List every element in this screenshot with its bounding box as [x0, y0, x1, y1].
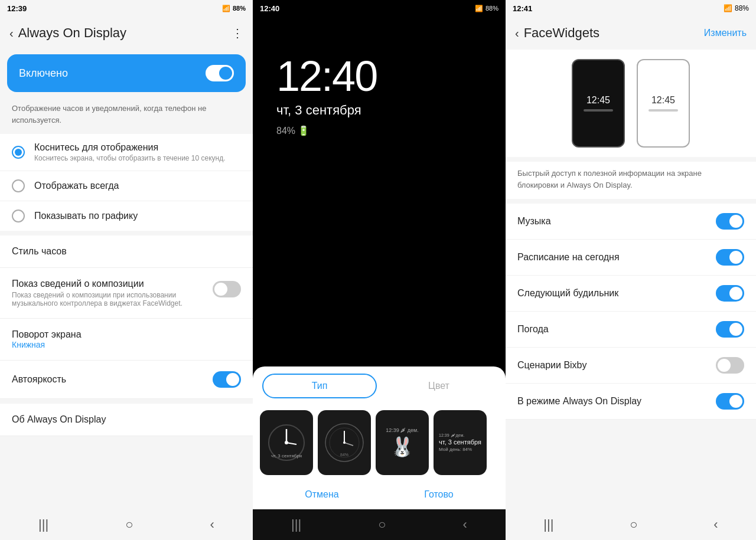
recent-apps-button-3[interactable]: ||| [543, 517, 553, 532]
clock-style-label: Стиль часов [12, 246, 241, 257]
back-nav-button-1[interactable]: ‹ [210, 517, 214, 532]
nav-bar-2: ||| ○ ‹ [253, 509, 506, 540]
option-always[interactable]: Отображать всегда [0, 171, 253, 201]
widget-schedule[interactable]: Расписание на сегодня [506, 240, 756, 276]
widget-music-toggle[interactable] [716, 213, 744, 230]
option-schedule[interactable]: Показывать по графику [0, 201, 253, 231]
edit-button[interactable]: Изменить [704, 28, 747, 38]
widget-bixby-toggle[interactable] [716, 357, 744, 374]
theme-thumb-3[interactable]: 12:39 🌶 дем. чт, 3 сентября Мой день: 84… [434, 410, 487, 475]
enabled-card[interactable]: Включено [7, 54, 246, 92]
composition-label: Показ сведений о композиции [12, 279, 206, 289]
option-touch[interactable]: Коснитесь для отображения Коснитесь экра… [0, 134, 253, 171]
theme-inner-3: 12:39 🌶 дем. чт, 3 сентября Мой день: 84… [434, 410, 487, 475]
radio-always[interactable] [12, 179, 25, 192]
preview-bar-2 [649, 109, 678, 112]
toggle-knob [219, 67, 232, 80]
theme-inner-0: чт, 3 сентября [260, 410, 313, 475]
back-nav-button-2[interactable]: ‹ [463, 517, 467, 532]
display-time: 12:40 [276, 52, 482, 100]
back-button-3[interactable]: ‹ [515, 27, 519, 40]
page-title-1: Always On Display [18, 25, 126, 41]
radio-touch[interactable] [12, 146, 25, 159]
preview-bar-1 [584, 109, 613, 112]
brightness-label: Автояркость [12, 374, 66, 385]
back-button-1[interactable]: ‹ [9, 27, 14, 40]
display-battery: 84% 🔋 [276, 125, 482, 136]
widget-bixby[interactable]: Сценарии Bixby [506, 348, 756, 384]
theme-thumb-1[interactable]: 84% [318, 410, 371, 475]
recent-apps-button-1[interactable]: ||| [38, 517, 48, 532]
svg-text:84%: 84% [340, 453, 348, 457]
enabled-label: Включено [19, 67, 68, 80]
tab-row: Тип Цвет [253, 366, 506, 405]
recent-apps-button-2[interactable]: ||| [291, 517, 301, 532]
option-touch-text: Коснитесь для отображения Коснитесь экра… [34, 142, 226, 162]
enabled-description: Отображение часов и уведомлений, когда т… [0, 97, 253, 134]
widget-preview-area: 12:45 12:45 [506, 50, 756, 157]
rotation-value: Книжная [12, 340, 241, 349]
header-3: ‹ FaceWidgets Изменить [506, 17, 756, 50]
widget-alarm-label: Следующий будильник [517, 288, 618, 299]
nav-bar-1: ||| ○ ‹ [0, 509, 253, 540]
battery-icon-1: 88% [233, 5, 246, 12]
info-date: чт, 3 сентября [439, 438, 481, 446]
home-button-2[interactable]: ○ [378, 517, 386, 532]
bottom-actions: Отмена Готово [253, 480, 506, 509]
rotation-item[interactable]: Поворот экрана Книжная [0, 319, 253, 361]
panel-always-on-display: 12:39 📶 88% ‹ Always On Display ⋮ Включе… [0, 0, 253, 540]
option-schedule-label: Показывать по графику [34, 211, 138, 221]
header-1: ‹ Always On Display ⋮ [0, 17, 253, 50]
composition-sub: Показ сведений о композиции при использо… [12, 291, 206, 307]
widget-weather-toggle[interactable] [716, 321, 744, 338]
widgets-list: Музыка Расписание на сегодня Следующий б… [506, 204, 756, 420]
widget-schedule-toggle[interactable] [716, 249, 744, 266]
widget-schedule-label: Расписание на сегодня [517, 252, 620, 263]
widget-alarm[interactable]: Следующий будильник [506, 276, 756, 312]
home-button-3[interactable]: ○ [630, 517, 637, 532]
enabled-toggle[interactable] [206, 65, 234, 81]
option-always-label: Отображать всегда [34, 181, 119, 191]
option-touch-sub: Коснитесь экрана, чтобы отобразить в теч… [34, 154, 226, 162]
widget-alarm-knob [729, 287, 742, 300]
composition-item[interactable]: Показ сведений о композиции Показ сведен… [0, 268, 253, 319]
analog-clock-svg-0: чт, 3 сентября [266, 422, 307, 463]
tab-color[interactable]: Цвет [382, 374, 496, 398]
theme-thumb-2[interactable]: 12:39 🌶 дем. 🐰 [376, 410, 429, 475]
widget-aod-mode[interactable]: В режиме Always On Display [506, 384, 756, 420]
clock-display: 12:40 чт, 3 сентября 84% 🔋 [253, 17, 506, 366]
widget-weather-knob [729, 323, 742, 336]
home-button-1[interactable]: ○ [125, 517, 133, 532]
status-icons-2: 📶 88% [475, 5, 498, 12]
widget-alarm-toggle[interactable] [716, 285, 744, 302]
phone-preview-light: 12:45 [637, 59, 690, 148]
signal-icon-2: 📶 [475, 5, 483, 12]
display-date: чт, 3 сентября [276, 103, 482, 118]
radio-schedule[interactable] [12, 210, 25, 222]
bunny-emoji: 🐰 [390, 436, 414, 458]
widget-music[interactable]: Музыка [506, 204, 756, 240]
widget-weather[interactable]: Погода [506, 312, 756, 348]
brightness-item[interactable]: Автояркость [0, 361, 253, 399]
tab-type[interactable]: Тип [262, 374, 377, 398]
info-status: 12:39 🌶 дем. [439, 433, 464, 437]
status-icons-3: 📶 88% [724, 4, 749, 12]
back-nav-button-3[interactable]: ‹ [713, 517, 718, 532]
status-time-2: 12:40 [260, 4, 279, 13]
widget-aod-toggle[interactable] [716, 393, 744, 410]
confirm-button[interactable]: Готово [424, 489, 453, 500]
theme-thumb-0[interactable]: чт, 3 сентября [260, 410, 313, 475]
composition-toggle[interactable] [213, 281, 241, 297]
more-button-1[interactable]: ⋮ [232, 26, 243, 40]
battery-icon-2: 88% [485, 5, 498, 12]
brightness-toggle[interactable] [213, 371, 241, 388]
tab-color-label: Цвет [428, 381, 449, 391]
status-bar-3: 12:41 📶 88% [506, 0, 756, 17]
bottom-sheet: Тип Цвет чт, 3 сентября [253, 366, 506, 509]
clock-style-item[interactable]: Стиль часов [0, 235, 253, 268]
cancel-button[interactable]: Отмена [305, 489, 338, 500]
about-item[interactable]: Об Always On Display [0, 404, 253, 436]
status-time-1: 12:39 [7, 4, 27, 13]
widget-music-knob [729, 215, 742, 228]
brightness-toggle-knob [226, 373, 239, 386]
